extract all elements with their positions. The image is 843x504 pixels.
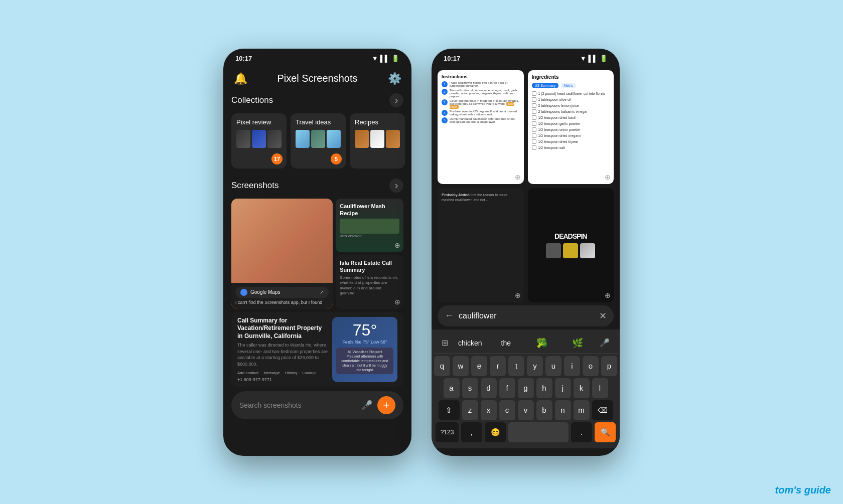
thumb-1 bbox=[236, 130, 250, 148]
maps-dot bbox=[240, 289, 247, 296]
key-o[interactable]: o bbox=[583, 356, 599, 376]
ai-report-title: AI Weather Report bbox=[339, 350, 390, 354]
settings-icon[interactable]: ⚙️ bbox=[385, 72, 403, 85]
suggestion-emoji-1[interactable]: 🥦 bbox=[524, 335, 560, 351]
view-ingredients[interactable]: Ingredients US Summary Metric 1 (2 pound… bbox=[528, 70, 614, 185]
signal-icon-r: ▌▌ bbox=[589, 55, 598, 62]
key-space[interactable] bbox=[508, 422, 569, 442]
add-contact-action[interactable]: Add contact bbox=[237, 371, 258, 375]
screenshots-grid: Google Maps ↗ I can't find the Screensho… bbox=[231, 199, 403, 309]
wifi-icon-r: ▼ bbox=[580, 55, 587, 62]
key-search[interactable]: 🔍 bbox=[595, 422, 616, 442]
deadspin-logo: DEADSPIN bbox=[554, 232, 587, 240]
key-v[interactable]: v bbox=[518, 400, 534, 420]
collections-row: Pixel review 17 Travel ideas 5 bbox=[231, 113, 403, 169]
key-j[interactable]: j bbox=[555, 378, 571, 398]
keyboard-icon: ⊞ bbox=[438, 338, 452, 348]
screenshot-cauliflower[interactable]: Cauliflower Mash Recipe with chicken ⊕ bbox=[336, 199, 403, 252]
history-action[interactable]: History bbox=[285, 371, 298, 375]
key-r[interactable]: r bbox=[490, 356, 506, 376]
search-bar[interactable]: Search screenshots 🎤 + bbox=[231, 391, 403, 419]
key-e[interactable]: e bbox=[471, 356, 487, 376]
suggestion-the[interactable]: the bbox=[488, 337, 524, 349]
suggestion-chicken[interactable]: chicken bbox=[452, 337, 488, 349]
view-lower-left[interactable]: Probably-Noted that the reason to make m… bbox=[438, 188, 524, 302]
key-u[interactable]: u bbox=[545, 356, 561, 376]
key-y[interactable]: y bbox=[527, 356, 543, 376]
collections-arrow[interactable]: › bbox=[389, 93, 403, 107]
bell-icon[interactable]: 🔔 bbox=[231, 72, 249, 85]
mic-icon-kb[interactable]: 🎤 bbox=[596, 338, 614, 348]
key-shift[interactable]: ⇧ bbox=[439, 400, 460, 420]
suggestion-emoji-2[interactable]: 🌿 bbox=[560, 335, 596, 351]
key-k[interactable]: k bbox=[574, 378, 590, 398]
call-desc: The caller was directed to Wanda Ho, whe… bbox=[237, 342, 328, 367]
key-s[interactable]: s bbox=[462, 378, 478, 398]
add-button[interactable]: + bbox=[377, 396, 395, 414]
key-z[interactable]: z bbox=[462, 400, 478, 420]
search-query[interactable]: cauliflower bbox=[459, 311, 594, 320]
deadspin-thumbnails bbox=[546, 243, 595, 258]
ai-report-text: Pleasant afternoon with comfortable temp… bbox=[339, 354, 390, 372]
collection-name: Travel ideas bbox=[296, 118, 341, 126]
maps-bar: Google Maps ↗ bbox=[235, 287, 329, 298]
toms-guide-text: tom's guide bbox=[775, 484, 831, 495]
recipe-step-4: 4 Pre-heat oven to 425 degrees F and lin… bbox=[442, 110, 520, 116]
tab-metric[interactable]: Metric bbox=[560, 83, 576, 88]
key-w[interactable]: w bbox=[453, 356, 469, 376]
screenshot-main[interactable]: Google Maps ↗ I can't find the Screensho… bbox=[231, 199, 333, 309]
view-recipe-instructions[interactable]: Instructions 1 Place cauliflower florets… bbox=[438, 70, 524, 185]
back-icon[interactable]: ← bbox=[445, 310, 454, 321]
message-action[interactable]: Message bbox=[263, 371, 279, 375]
right-phone: 10:17 ▼ ▌▌ 🔋 Instructions 1 Place caulif… bbox=[432, 49, 620, 456]
key-h[interactable]: h bbox=[536, 378, 552, 398]
key-q[interactable]: q bbox=[434, 356, 450, 376]
key-emoji-face[interactable]: 😊 bbox=[485, 422, 506, 442]
recipe-step-1: 1 Place cauliflower florets into a large… bbox=[442, 81, 520, 87]
clear-icon[interactable]: ✕ bbox=[599, 310, 607, 321]
key-l[interactable]: l bbox=[592, 378, 608, 398]
key-t[interactable]: t bbox=[508, 356, 524, 376]
isla-title: Isla Real Estate Call Summary bbox=[340, 259, 399, 274]
cauliflower-title: Cauliflower Mash Recipe bbox=[340, 203, 399, 217]
view-deadspin[interactable]: DEADSPIN ⊕ bbox=[528, 188, 614, 302]
key-i[interactable]: i bbox=[564, 356, 580, 376]
keyboard-suggestions: ⊞ chicken the 🥦 🌿 🎤 bbox=[434, 332, 618, 354]
screenshots-label: Screenshots bbox=[231, 181, 279, 191]
screenshot-isla[interactable]: Isla Real Estate Call Summary Some notes… bbox=[336, 255, 403, 309]
key-emoji[interactable]: , bbox=[461, 422, 482, 442]
collection-recipes[interactable]: Recipes bbox=[350, 113, 405, 169]
key-period[interactable]: . bbox=[571, 422, 592, 442]
mic-icon[interactable]: 🎤 bbox=[361, 400, 372, 411]
collection-pixel-review[interactable]: Pixel review 17 bbox=[231, 113, 287, 169]
call-footer: Add contact Message History Lookup bbox=[237, 371, 328, 375]
thumb-food bbox=[355, 130, 369, 148]
key-g[interactable]: g bbox=[518, 378, 534, 398]
keyboard: ⊞ chicken the 🥦 🌿 🎤 q w e r t y u i bbox=[432, 329, 620, 448]
key-m[interactable]: m bbox=[574, 400, 590, 420]
key-123[interactable]: ?123 bbox=[436, 422, 459, 442]
collection-travel-ideas[interactable]: Travel ideas 5 bbox=[291, 113, 346, 169]
collection-name: Pixel review bbox=[236, 118, 282, 126]
screenshots-section-header: Screenshots › bbox=[231, 179, 403, 193]
key-n[interactable]: n bbox=[555, 400, 571, 420]
key-b[interactable]: b bbox=[536, 400, 552, 420]
tab-us-summary[interactable]: US Summary bbox=[532, 83, 559, 88]
screenshots-view: Instructions 1 Place cauliflower florets… bbox=[432, 66, 620, 302]
key-x[interactable]: x bbox=[481, 400, 497, 420]
deadspin-thumb-1 bbox=[546, 243, 561, 258]
collection-name: Recipes bbox=[355, 118, 400, 126]
lookup-action[interactable]: Lookup bbox=[303, 371, 316, 375]
key-f[interactable]: f bbox=[499, 378, 515, 398]
weather-card: 75° Feels like 75° Low 58° AI Weather Re… bbox=[332, 317, 397, 382]
key-c[interactable]: c bbox=[499, 400, 515, 420]
card-overlay-2: ⊕ bbox=[605, 173, 611, 181]
keyboard-row-1: q w e r t y u i o p bbox=[434, 356, 618, 376]
key-delete[interactable]: ⌫ bbox=[592, 400, 613, 420]
key-a[interactable]: a bbox=[444, 378, 460, 398]
search-overlay[interactable]: ← cauliflower ✕ bbox=[438, 305, 614, 326]
screenshots-arrow[interactable]: › bbox=[389, 179, 403, 193]
key-d[interactable]: d bbox=[481, 378, 497, 398]
card-overlay-3: ⊕ bbox=[515, 291, 521, 299]
key-p[interactable]: p bbox=[601, 356, 617, 376]
